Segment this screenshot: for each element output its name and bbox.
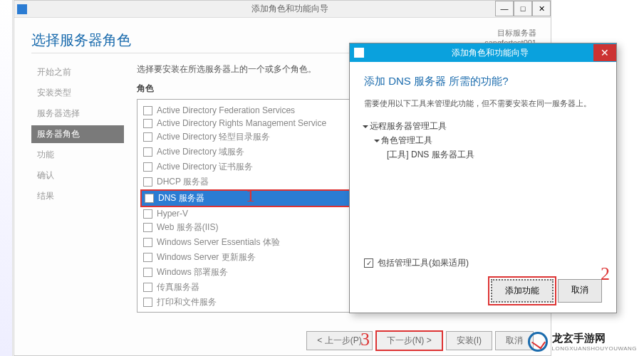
checkbox-icon[interactable] xyxy=(143,209,152,219)
left-gutter xyxy=(0,0,13,356)
tree-label: [工具] DNS 服务器工具 xyxy=(387,150,474,159)
tree-label: 远程服务器管理工具 xyxy=(370,121,447,131)
sidebar-item-features[interactable]: 功能 xyxy=(31,146,124,164)
checkbox-icon[interactable] xyxy=(145,194,154,203)
role-label: Hyper-V xyxy=(157,209,188,219)
tree-label: 角色管理工具 xyxy=(381,135,432,145)
popup-titlebar: 添加角色和功能向导 ✕ xyxy=(350,43,616,62)
tree-item[interactable]: 远程服务器管理工具 xyxy=(364,119,602,133)
sidebar-item-results[interactable]: 结果 xyxy=(31,187,124,205)
watermark-logo-icon xyxy=(528,332,548,352)
checkbox-icon[interactable] xyxy=(143,106,152,115)
maximize-button[interactable]: □ xyxy=(514,1,532,16)
annotation-1: 1 xyxy=(246,185,255,206)
main-titlebar: 添加角色和功能向导 — □ ✕ xyxy=(14,1,551,18)
role-label: Active Directory 域服务 xyxy=(157,146,244,158)
popup-title: 添加角色和功能向导 xyxy=(368,47,612,59)
wizard-footer: < 上一步(P) 下一步(N) > 安装(I) 取消 xyxy=(306,330,534,351)
window-controls: — □ ✕ xyxy=(495,1,551,16)
wizard-steps-sidebar: 开始之前 安装类型 服务器选择 服务器角色 功能 确认 结果 xyxy=(31,63,124,334)
install-button[interactable]: 安装(I) xyxy=(446,331,492,350)
sidebar-item-server-roles[interactable]: 服务器角色 xyxy=(31,125,124,143)
checkbox-icon[interactable] xyxy=(143,253,152,262)
watermark-text-en: LONGXUANSHOUYOUWANG xyxy=(552,345,637,352)
role-label: 打印和文件服务 xyxy=(157,296,217,308)
app-icon xyxy=(354,48,364,58)
role-label: Windows Server Essentials 体验 xyxy=(157,236,280,248)
checkbox-icon[interactable] xyxy=(143,147,152,157)
sidebar-item-server-select[interactable]: 服务器选择 xyxy=(31,105,124,122)
caret-down-icon xyxy=(374,140,380,142)
app-icon xyxy=(17,4,27,14)
checkbox-icon[interactable] xyxy=(143,238,152,247)
add-features-button[interactable]: 添加功能 xyxy=(491,279,554,303)
role-label: Active Directory 轻型目录服务 xyxy=(157,131,270,143)
role-label: DHCP 服务器 xyxy=(157,176,209,188)
checkbox-icon[interactable] xyxy=(143,283,152,292)
checkbox-icon[interactable] xyxy=(143,177,152,187)
checkbox-icon[interactable] xyxy=(143,119,152,128)
annotation-2: 2 xyxy=(601,263,610,285)
popup-close-button[interactable]: ✕ xyxy=(593,44,616,61)
next-button[interactable]: 下一步(N) > xyxy=(375,330,443,351)
include-tools-label: 包括管理工具(如果适用) xyxy=(378,257,469,269)
role-label: Active Directory 证书服务 xyxy=(157,161,253,173)
checkbox-icon[interactable] xyxy=(143,132,152,142)
checkbox-icon[interactable] xyxy=(143,298,152,307)
watermark-text-cn: 龙玄手游网 xyxy=(552,332,637,345)
checkbox-icon[interactable] xyxy=(143,268,152,277)
role-label: Active Directory Rights Management Servi… xyxy=(157,118,326,128)
features-tree: 远程服务器管理工具 角色管理工具 [工具] DNS 服务器工具 xyxy=(364,119,602,162)
add-features-dialog: 添加角色和功能向导 ✕ 添加 DNS 服务器 所需的功能? 需要使用以下工具来管… xyxy=(349,43,617,313)
role-label: 传真服务器 xyxy=(157,281,199,293)
popup-heading: 添加 DNS 服务器 所需的功能? xyxy=(364,75,602,88)
popup-cancel-button[interactable]: 取消 xyxy=(558,279,602,303)
role-label: Windows 部署服务 xyxy=(157,266,228,278)
tree-item[interactable]: 角色管理工具 xyxy=(364,133,602,147)
include-tools-checkbox[interactable]: ✓ 包括管理工具(如果适用) xyxy=(364,257,602,269)
checkmark-icon: ✓ xyxy=(364,258,373,268)
tree-item[interactable]: [工具] DNS 服务器工具 xyxy=(364,147,602,162)
role-label: DNS 服务器 xyxy=(158,192,204,204)
window-title: 添加角色和功能向导 xyxy=(31,3,548,15)
sidebar-item-confirm[interactable]: 确认 xyxy=(31,167,124,184)
checkbox-icon[interactable] xyxy=(143,162,152,172)
target-server-label: 目标服务器 xyxy=(484,28,536,38)
sidebar-item-install-type[interactable]: 安装类型 xyxy=(31,84,124,102)
role-label: Active Directory Federation Services xyxy=(157,105,295,115)
annotation-3: 3 xyxy=(360,329,370,350)
minimize-button[interactable]: — xyxy=(495,1,514,16)
role-label: Windows Server 更新服务 xyxy=(157,251,256,263)
close-button[interactable]: ✕ xyxy=(532,1,551,16)
role-label: Web 服务器(IIS) xyxy=(157,221,218,234)
checkbox-icon[interactable] xyxy=(143,223,152,232)
sidebar-item-before-begin[interactable]: 开始之前 xyxy=(31,63,124,81)
watermark: 龙玄手游网 LONGXUANSHOUYOUWANG xyxy=(528,332,637,352)
caret-down-icon xyxy=(363,125,368,128)
popup-description: 需要使用以下工具来管理此功能，但不需要安装在同一服务器上。 xyxy=(364,98,602,109)
